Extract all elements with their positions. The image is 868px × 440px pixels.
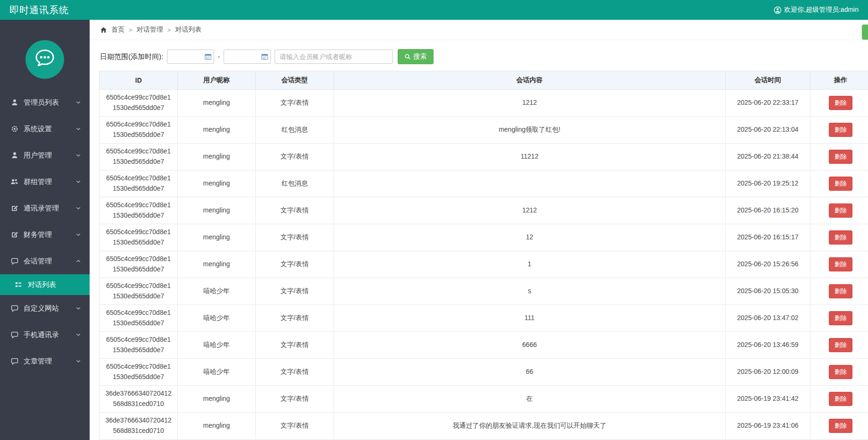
delete-button[interactable]: 删除 bbox=[829, 419, 852, 433]
sidebar-item-contacts-management[interactable]: 通讯录管理 bbox=[0, 195, 90, 221]
cell-content: 1 bbox=[334, 251, 726, 278]
welcome-text: 欢迎你,超级管理员:admin bbox=[784, 6, 859, 14]
date-to-wrap bbox=[224, 50, 271, 64]
column-header-3: 会话内容 bbox=[334, 71, 726, 90]
comment-icon bbox=[10, 257, 18, 265]
cell-id: 6505c4ce99cc70d8e11530ed565dd0e7 bbox=[100, 251, 178, 278]
table-row: 6505c4ce99cc70d8e11530ed565dd0e7嘻哈少年文字/表… bbox=[100, 359, 868, 386]
sidebar-item-group-management[interactable]: 群组管理 bbox=[0, 169, 90, 195]
table-row: 6505c4ce99cc70d8e11530ed565dd0e7mengling… bbox=[100, 117, 868, 144]
delete-button[interactable]: 删除 bbox=[829, 177, 852, 191]
cell-time: 2025-06-19 23:41:42 bbox=[726, 386, 810, 413]
cell-nickname: 嘻哈少年 bbox=[178, 359, 256, 386]
cell-id: 6505c4ce99cc70d8e11530ed565dd0e7 bbox=[100, 197, 178, 224]
table-row: 6505c4ce99cc70d8e11530ed565dd0e7嘻哈少年文字/表… bbox=[100, 332, 868, 359]
cell-actions: 删除 bbox=[810, 117, 868, 144]
cell-type: 文字/表情 bbox=[256, 90, 334, 117]
delete-button[interactable]: 删除 bbox=[829, 123, 852, 137]
cell-actions: 删除 bbox=[810, 144, 868, 170]
cell-time: 2025-06-20 19:25:12 bbox=[726, 170, 810, 197]
sidebar-item-custom-website[interactable]: 自定义网站 bbox=[0, 295, 90, 322]
delete-button[interactable]: 删除 bbox=[829, 150, 852, 164]
chevron-down-icon bbox=[75, 305, 81, 311]
cell-time: 2025-06-20 22:33:17 bbox=[726, 90, 810, 117]
cell-nickname: mengling bbox=[178, 117, 256, 144]
sidebar-subitem-dialog-list[interactable]: 对话列表 bbox=[0, 274, 90, 295]
cell-type: 红包消息 bbox=[256, 170, 334, 197]
sidebar-item-label: 手机通讯录 bbox=[24, 330, 75, 339]
cell-id: 6505c4ce99cc70d8e11530ed565dd0e7 bbox=[100, 224, 178, 251]
sidebar-item-user-management[interactable]: 用户管理 bbox=[0, 142, 90, 169]
delete-button[interactable]: 删除 bbox=[829, 365, 852, 379]
breadcrumb-link-home[interactable]: 首页 bbox=[111, 25, 125, 34]
table-row: 6505c4ce99cc70d8e11530ed565dd0e7嘻哈少年文字/表… bbox=[100, 278, 868, 305]
user-circle-icon bbox=[774, 6, 782, 14]
chat-bubble-icon bbox=[32, 46, 58, 73]
table-header: ID用户昵称会话类型会话内容会话时间操作 bbox=[100, 71, 868, 90]
column-header-5: 操作 bbox=[810, 71, 868, 90]
delete-button[interactable]: 删除 bbox=[829, 203, 852, 218]
search-input[interactable] bbox=[275, 50, 393, 64]
table-row: 6505c4ce99cc70d8e11530ed565dd0e7mengling… bbox=[100, 170, 868, 197]
sidebar: 管理员列表系统设置用户管理群组管理通讯录管理财务管理会话管理对话列表自定义网站手… bbox=[0, 20, 90, 440]
date-range-label: 日期范围(添加时间): bbox=[100, 52, 163, 61]
table-row: 6505c4ce99cc70d8e11530ed565dd0e7mengling… bbox=[100, 197, 868, 224]
cell-content: mengling领取了红包! bbox=[334, 117, 726, 144]
sidebar-item-admin-list[interactable]: 管理员列表 bbox=[0, 89, 90, 116]
app-logo bbox=[25, 40, 64, 79]
sidebar-item-system-settings[interactable]: 系统设置 bbox=[0, 116, 90, 142]
delete-button[interactable]: 删除 bbox=[829, 311, 852, 325]
cell-time: 2025-06-19 23:41:06 bbox=[726, 413, 810, 440]
list-icon bbox=[14, 281, 22, 289]
breadcrumb-separator: > bbox=[129, 26, 133, 34]
delete-button[interactable]: 删除 bbox=[829, 230, 852, 245]
table-header-row: ID用户昵称会话类型会话内容会话时间操作 bbox=[100, 71, 868, 90]
welcome-area[interactable]: 欢迎你,超级管理员:admin bbox=[774, 6, 859, 14]
cell-type: 文字/表情 bbox=[256, 278, 334, 305]
cell-actions: 删除 bbox=[810, 90, 868, 117]
sidebar-item-phone-contacts[interactable]: 手机通讯录 bbox=[0, 322, 90, 348]
user-icon bbox=[10, 152, 18, 160]
gear-icon bbox=[10, 125, 18, 133]
delete-button[interactable]: 删除 bbox=[829, 257, 852, 271]
sidebar-menu: 管理员列表系统设置用户管理群组管理通讯录管理财务管理会话管理对话列表自定义网站手… bbox=[0, 89, 90, 374]
cell-type: 文字/表情 bbox=[256, 332, 334, 359]
breadcrumb-link-dialog-list[interactable]: 对话列表 bbox=[175, 25, 201, 34]
cell-id: 6505c4ce99cc70d8e11530ed565dd0e7 bbox=[100, 332, 178, 359]
sidebar-item-label: 自定义网站 bbox=[24, 304, 75, 313]
delete-button[interactable]: 删除 bbox=[829, 284, 852, 298]
sidebar-item-finance-management[interactable]: 财务管理 bbox=[0, 221, 90, 248]
edit-icon bbox=[10, 204, 18, 212]
cell-nickname: mengling bbox=[178, 386, 256, 413]
delete-button[interactable]: 删除 bbox=[829, 392, 852, 406]
cell-nickname: mengling bbox=[178, 90, 256, 117]
cell-type: 文字/表情 bbox=[256, 305, 334, 332]
cell-content: s bbox=[334, 278, 726, 305]
cell-content: 66 bbox=[334, 359, 726, 386]
cell-actions: 删除 bbox=[810, 224, 868, 251]
search-button[interactable]: 搜索 bbox=[398, 49, 434, 64]
calendar-icon[interactable] bbox=[261, 53, 268, 60]
comment-icon bbox=[10, 357, 18, 365]
cell-content: 1212 bbox=[334, 197, 726, 224]
delete-button[interactable]: 删除 bbox=[829, 338, 852, 352]
cell-nickname: mengling bbox=[178, 197, 256, 224]
cell-id: 6505c4ce99cc70d8e11530ed565dd0e7 bbox=[100, 117, 178, 144]
cell-nickname: 嘻哈少年 bbox=[178, 278, 256, 305]
sidebar-item-session-management[interactable]: 会话管理 bbox=[0, 248, 90, 274]
cell-actions: 删除 bbox=[810, 305, 868, 332]
breadcrumb-link-dialog-management[interactable]: 对话管理 bbox=[137, 25, 163, 34]
floating-action-tab[interactable] bbox=[862, 25, 868, 40]
cell-time: 2025-06-20 13:47:02 bbox=[726, 305, 810, 332]
date-separator: - bbox=[217, 52, 220, 61]
cell-id: 6505c4ce99cc70d8e11530ed565dd0e7 bbox=[100, 144, 178, 170]
cell-content bbox=[334, 170, 726, 197]
cell-actions: 删除 bbox=[810, 359, 868, 386]
cell-id: 6505c4ce99cc70d8e11530ed565dd0e7 bbox=[100, 305, 178, 332]
delete-button[interactable]: 删除 bbox=[829, 96, 852, 110]
cell-id: 36de37666340720412568d831ced0710 bbox=[100, 386, 178, 413]
sidebar-item-article-management[interactable]: 文章管理 bbox=[0, 348, 90, 374]
chevron-down-icon bbox=[75, 100, 81, 105]
sidebar-item-label: 文章管理 bbox=[24, 357, 75, 366]
calendar-icon[interactable] bbox=[204, 53, 212, 60]
